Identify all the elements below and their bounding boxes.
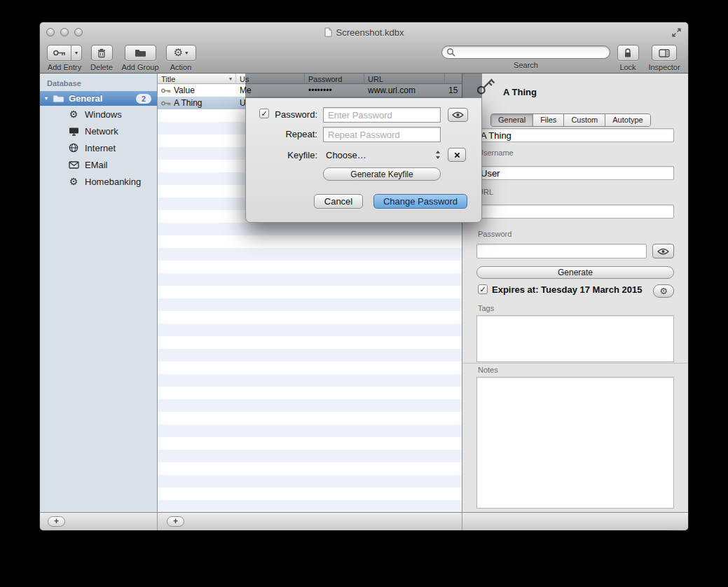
clear-keyfile-button[interactable] <box>448 148 466 162</box>
delete-button[interactable] <box>91 45 113 61</box>
sort-descending-icon <box>229 76 232 82</box>
action-button[interactable]: ▾ <box>166 45 196 61</box>
lock-label: Lock <box>613 63 643 71</box>
key-icon <box>161 101 171 106</box>
key-icon <box>161 88 171 93</box>
column-header-url[interactable]: URL <box>364 74 445 83</box>
notes-label: Notes <box>478 366 498 374</box>
eye-icon <box>452 111 464 118</box>
sidebar-item-label: EMail <box>85 160 108 170</box>
bottom-bar-divider <box>157 513 158 530</box>
inspector-entry-title: A Thing <box>503 87 537 97</box>
sidebar-item-windows[interactable]: Windows <box>40 106 157 123</box>
folder-icon <box>53 94 64 103</box>
column-header-password[interactable]: Password <box>305 74 364 83</box>
action-item: ▾ Action <box>164 42 198 74</box>
search-input[interactable] <box>458 46 605 58</box>
add-group-button[interactable] <box>125 45 156 61</box>
keyfile-value: Choose… <box>320 150 366 160</box>
sidebar-item-label: General <box>69 93 102 104</box>
column-header-extra[interactable] <box>445 74 462 83</box>
notes-field[interactable] <box>476 377 674 509</box>
inspector-label: Inspector <box>647 63 682 71</box>
inspector-panel-icon <box>659 49 670 57</box>
gear-icon <box>68 176 79 187</box>
lock-button[interactable] <box>617 45 639 61</box>
add-entry-label: Add Entry <box>45 63 84 71</box>
inspector-button[interactable] <box>652 45 677 61</box>
close-icon <box>454 152 460 158</box>
add-group-plus-button[interactable]: + <box>48 516 65 527</box>
cell-title: Value <box>174 85 195 95</box>
sheet-keyfile-label: Keyfile: <box>267 150 317 160</box>
password-label: Password <box>478 230 511 238</box>
add-entry-plus-button[interactable]: + <box>167 516 184 527</box>
title-field[interactable] <box>476 128 674 142</box>
sheet-repeat-label: Repeat: <box>267 129 317 139</box>
sidebar-item-general[interactable]: General 2 <box>40 91 157 106</box>
cell-title: A Thing <box>174 98 202 108</box>
sidebar-item-network[interactable]: Network <box>40 123 157 139</box>
cell-username: Me <box>240 85 252 95</box>
fullscreen-icon[interactable] <box>671 27 682 38</box>
keyfile-popup[interactable]: Choose… <box>320 148 441 162</box>
table-row[interactable]: Value Me •••••••• www.url.com 15 <box>158 84 462 97</box>
generate-password-button[interactable]: Generate <box>476 266 674 279</box>
window-title: Screenshot.kdbx <box>336 27 404 38</box>
show-password-button[interactable] <box>448 108 468 122</box>
action-dropdown-arrow: ▾ <box>185 50 188 56</box>
sidebar-item-label: Network <box>85 126 118 137</box>
sidebar-section-header: Database <box>40 74 157 91</box>
lock-item: Lock <box>613 42 643 74</box>
app-window: Screenshot.kdbx ▾ Add Entry Delete <box>40 22 688 530</box>
tab-custom[interactable]: Custom <box>564 114 605 126</box>
tab-general[interactable]: General <box>491 114 533 126</box>
gear-icon <box>68 109 79 120</box>
generate-keyfile-button[interactable]: Generate Keyfile <box>323 167 441 181</box>
change-password-button[interactable]: Change Password <box>373 194 467 209</box>
disclosure-triangle-icon[interactable] <box>40 95 53 102</box>
gear-icon <box>174 48 183 58</box>
expires-label: Expires at: Tuesday 17 March 2015 <box>492 284 642 295</box>
sidebar-item-homebanking[interactable]: Homebanking <box>40 173 157 190</box>
cancel-button[interactable]: Cancel <box>314 194 363 209</box>
entry-list-header: Title Us Password URL <box>158 74 462 84</box>
expires-settings-button[interactable] <box>653 284 674 298</box>
trash-icon <box>97 48 107 58</box>
sidebar: Database General 2 Windows Network <box>40 74 158 512</box>
search-item: Search <box>441 42 610 74</box>
key-icon <box>474 75 497 97</box>
sheet-repeat-input[interactable] <box>323 127 441 142</box>
add-entry-button[interactable]: ▾ <box>47 45 82 61</box>
sidebar-item-email[interactable]: EMail <box>40 156 157 173</box>
sheet-password-input[interactable] <box>323 107 441 123</box>
tab-files[interactable]: Files <box>533 114 564 126</box>
username-field[interactable] <box>476 166 674 180</box>
window-titlebar[interactable]: Screenshot.kdbx <box>40 22 688 42</box>
add-group-item: Add Group <box>118 42 162 74</box>
entry-count-badge: 2 <box>136 94 151 104</box>
cell-password: •••••••• <box>308 85 332 95</box>
username-label: Username <box>478 149 514 157</box>
url-field[interactable] <box>476 205 674 219</box>
envelope-icon <box>68 159 79 170</box>
column-header-title[interactable]: Title <box>158 74 236 83</box>
expires-checkbox[interactable] <box>478 284 488 294</box>
globe-icon <box>68 142 79 153</box>
add-entry-dropdown-arrow[interactable]: ▾ <box>71 46 81 60</box>
add-entry-item: ▾ Add Entry <box>45 42 84 74</box>
sidebar-item-label: Homebanking <box>85 177 141 187</box>
tags-field[interactable] <box>476 315 674 362</box>
delete-label: Delete <box>86 63 117 71</box>
show-password-button[interactable] <box>652 244 674 258</box>
display-icon <box>68 125 79 137</box>
password-field[interactable] <box>476 244 647 258</box>
folder-icon <box>135 48 146 57</box>
sidebar-item-internet[interactable]: Internet <box>40 139 157 156</box>
gear-icon <box>659 286 668 296</box>
search-label: Search <box>441 61 610 69</box>
sidebar-item-label: Internet <box>85 143 116 153</box>
tags-label: Tags <box>478 304 494 312</box>
tab-autotype[interactable]: Autotype <box>605 114 650 126</box>
column-header-username[interactable]: Us <box>236 74 305 83</box>
